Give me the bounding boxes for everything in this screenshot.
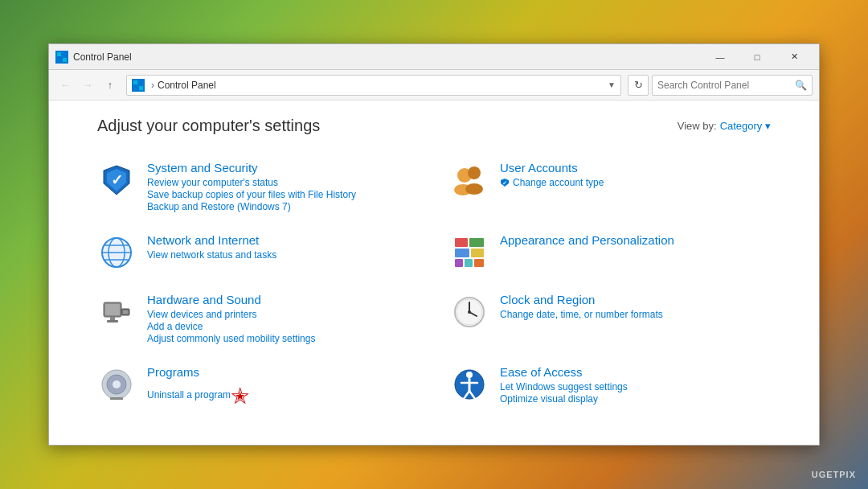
search-button[interactable]: 🔍: [795, 80, 807, 91]
hardware-sound-link-2[interactable]: Add a device: [147, 321, 315, 332]
app-icon: [55, 51, 68, 64]
breadcrumb-current: Control Panel: [158, 80, 216, 91]
ease-access-content: Ease of Access Let Windows suggest setti…: [500, 365, 628, 405]
annotation-star: ✭: [231, 383, 249, 409]
system-security-content: System and Security Review your computer…: [147, 161, 356, 212]
ease-access-link-1[interactable]: Let Windows suggest settings: [500, 381, 628, 392]
svg-point-43: [113, 380, 121, 388]
programs-icon: [97, 365, 136, 404]
svg-rect-24: [469, 238, 484, 247]
svg-text:✓: ✓: [111, 172, 123, 188]
user-accounts-link-1[interactable]: Change account type: [513, 177, 604, 188]
ease-access-title[interactable]: Ease of Access: [500, 365, 628, 379]
category-clock-region: Clock and Region Change date, time, or n…: [450, 286, 771, 351]
hardware-sound-content: Hardware and Sound View devices and prin…: [147, 293, 315, 344]
svg-text:✓: ✓: [502, 180, 507, 186]
svg-rect-0: [57, 52, 61, 56]
svg-rect-35: [107, 320, 118, 323]
svg-rect-31: [105, 304, 120, 315]
svg-rect-25: [455, 249, 469, 257]
content-area: Adjust your computer's settings View by:…: [49, 101, 819, 445]
svg-point-12: [468, 166, 481, 179]
system-security-icon: ✓: [97, 161, 136, 199]
svg-point-40: [468, 310, 471, 314]
system-security-title[interactable]: System and Security: [147, 161, 356, 175]
page-title: Adjust your computer's settings: [97, 117, 320, 135]
categories-grid: ✓ System and Security Review your comput…: [97, 154, 771, 414]
clock-region-link-1[interactable]: Change date, time, or number formats: [500, 309, 663, 320]
svg-rect-44: [110, 397, 123, 400]
svg-rect-29: [474, 259, 484, 267]
svg-rect-6: [133, 86, 137, 90]
appearance-icon: [450, 233, 489, 272]
svg-point-46: [466, 372, 473, 378]
breadcrumb-home-icon: [132, 79, 145, 92]
network-internet-title[interactable]: Network and Internet: [147, 233, 276, 247]
clock-region-content: Clock and Region Change date, time, or n…: [500, 293, 663, 320]
category-programs: Programs Uninstall a program ✭: [97, 359, 418, 414]
appearance-content: Appearance and Personalization: [500, 233, 674, 249]
shield-small-icon: ✓: [500, 178, 510, 187]
back-button[interactable]: ←: [55, 76, 75, 95]
svg-rect-33: [123, 310, 128, 314]
breadcrumb-dropdown-button[interactable]: ▼: [608, 80, 616, 89]
category-network-internet: Network and Internet View network status…: [97, 227, 418, 278]
system-security-link-1[interactable]: Review your computer's status: [147, 177, 356, 188]
category-system-security: ✓ System and Security Review your comput…: [97, 154, 418, 219]
view-by-value[interactable]: Category ▾: [720, 120, 771, 132]
user-accounts-content: User Accounts ✓ Change account type: [500, 161, 604, 188]
svg-rect-26: [471, 249, 484, 257]
svg-rect-1: [63, 52, 67, 56]
title-bar: Control Panel — □ ✕: [49, 44, 819, 70]
category-hardware-sound: Hardware and Sound View devices and prin…: [97, 286, 418, 351]
user-accounts-title[interactable]: User Accounts: [500, 161, 604, 175]
clock-region-icon: [450, 293, 489, 331]
svg-rect-4: [133, 80, 137, 84]
window-title: Control Panel: [73, 51, 702, 63]
svg-rect-2: [57, 58, 61, 62]
forward-button[interactable]: →: [78, 76, 97, 95]
search-input[interactable]: [657, 80, 795, 91]
up-button[interactable]: ↑: [100, 76, 120, 95]
page-header: Adjust your computer's settings View by:…: [97, 117, 771, 135]
maximize-button[interactable]: □: [739, 44, 776, 70]
user-accounts-icon: [450, 161, 489, 199]
toolbar: ← → ↑ › Control Panel ▼ ↻ 🔍: [49, 70, 819, 101]
watermark: UGETPIX: [812, 470, 856, 479]
svg-rect-23: [455, 238, 468, 247]
search-bar[interactable]: 🔍: [652, 75, 813, 96]
svg-point-22: [102, 238, 131, 267]
main-window: Control Panel — □ ✕ ← → ↑ › Control Pane…: [48, 43, 820, 446]
hardware-sound-link-3[interactable]: Adjust commonly used mobility settings: [147, 333, 315, 344]
minimize-button[interactable]: —: [702, 44, 739, 70]
clock-region-title[interactable]: Clock and Region: [500, 293, 663, 306]
svg-rect-5: [139, 80, 143, 84]
breadcrumb-separator: ›: [151, 80, 154, 91]
svg-rect-34: [110, 317, 115, 320]
view-by-control: View by: Category ▾: [678, 120, 771, 132]
system-security-link-2[interactable]: Save backup copies of your files with Fi…: [147, 189, 356, 200]
svg-rect-3: [63, 58, 67, 62]
network-internet-link-1[interactable]: View network status and tasks: [147, 249, 276, 261]
window-controls: — □ ✕: [702, 44, 813, 70]
network-internet-content: Network and Internet View network status…: [147, 233, 276, 261]
programs-title[interactable]: Programs: [147, 365, 249, 379]
refresh-button[interactable]: ↻: [628, 75, 649, 96]
appearance-title[interactable]: Appearance and Personalization: [500, 233, 674, 247]
svg-point-14: [465, 183, 483, 195]
address-bar[interactable]: › Control Panel ▼: [126, 75, 621, 96]
system-security-link-3[interactable]: Backup and Restore (Windows 7): [147, 201, 356, 212]
category-user-accounts: User Accounts ✓ Change account type: [450, 154, 771, 219]
programs-content: Programs Uninstall a program ✭: [147, 365, 249, 408]
close-button[interactable]: ✕: [776, 44, 813, 70]
category-ease-access: Ease of Access Let Windows suggest setti…: [450, 359, 771, 414]
ease-access-link-2[interactable]: Optimize visual display: [500, 393, 628, 405]
svg-rect-27: [455, 259, 463, 267]
svg-rect-7: [139, 86, 143, 90]
hardware-sound-icon: [97, 293, 136, 331]
ease-access-icon: [450, 365, 489, 404]
view-by-label: View by:: [678, 120, 717, 132]
programs-link-1[interactable]: Uninstall a program: [147, 389, 231, 401]
hardware-sound-link-1[interactable]: View devices and printers: [147, 309, 315, 320]
hardware-sound-title[interactable]: Hardware and Sound: [147, 293, 315, 306]
